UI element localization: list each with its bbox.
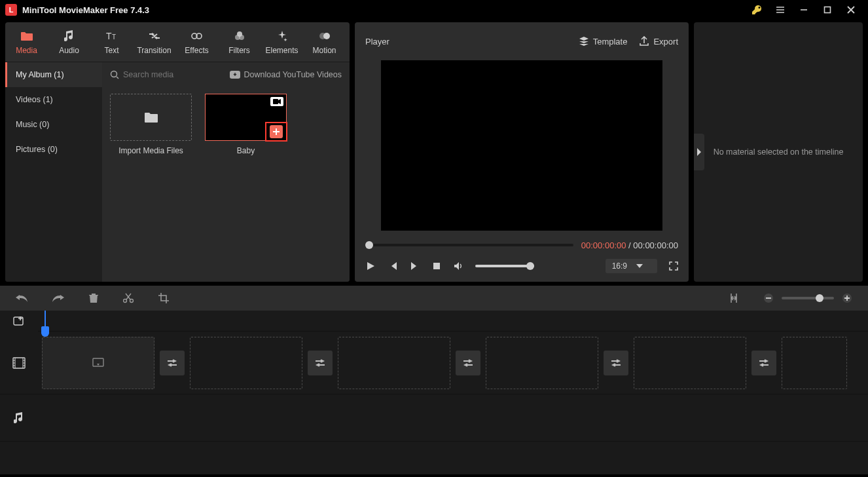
media-main: Download YouTube Videos Import Media Fil… <box>102 62 350 282</box>
svg-point-15 <box>130 299 134 303</box>
crop-button[interactable] <box>158 293 169 303</box>
close-button[interactable] <box>839 0 863 20</box>
add-track-button[interactable] <box>0 311 38 332</box>
tab-audio-label: Audio <box>59 46 79 55</box>
redo-button[interactable] <box>52 294 64 303</box>
timeline-toolbar <box>0 286 868 311</box>
zoom-out-button[interactable] <box>763 293 774 303</box>
zoom-slider[interactable] <box>782 297 834 299</box>
sidebar-item-videos[interactable]: Videos (1) <box>5 87 102 112</box>
minimize-button[interactable] <box>792 0 816 20</box>
clip-placeholder[interactable] <box>782 337 847 389</box>
titlebar: L MiniTool MovieMaker Free 7.4.3 <box>0 0 868 20</box>
player-viewport <box>381 60 662 231</box>
add-clip-button[interactable] <box>270 125 283 138</box>
seek-knob[interactable] <box>365 241 373 249</box>
inspector-empty-text: No material selected on the timeline <box>714 147 844 157</box>
player-seek-track[interactable] <box>365 244 573 246</box>
transition-slot[interactable] <box>160 351 185 375</box>
tab-elements[interactable]: Elements <box>261 25 303 59</box>
inspector-panel: No material selected on the timeline <box>694 22 863 282</box>
clip-placeholder[interactable] <box>634 337 746 389</box>
import-media-label: Import Media Files <box>118 146 183 155</box>
folder-icon <box>20 29 33 43</box>
collapse-panel-button[interactable] <box>694 134 704 170</box>
import-media-box[interactable] <box>110 94 192 141</box>
clip-placeholder[interactable] <box>190 337 302 389</box>
transition-slot[interactable] <box>456 351 480 375</box>
license-key-icon[interactable] <box>745 0 769 20</box>
delete-button[interactable] <box>89 293 98 303</box>
transition-slot[interactable] <box>604 351 628 375</box>
template-button[interactable]: Template <box>579 36 628 47</box>
video-clips-area[interactable] <box>38 337 868 389</box>
timeline <box>0 311 868 474</box>
clip-placeholder[interactable] <box>42 337 154 389</box>
sidebar-item-label: Pictures (0) <box>16 145 58 154</box>
add-clip-highlight <box>265 122 287 142</box>
download-youtube-label: Download YouTube Videos <box>244 70 342 79</box>
transition-icon <box>148 29 161 43</box>
audio-track-icon <box>0 412 38 424</box>
search-input[interactable] <box>123 70 202 79</box>
maximize-button[interactable] <box>816 0 839 20</box>
prev-frame-button[interactable] <box>388 261 398 271</box>
split-button[interactable] <box>123 293 134 303</box>
svg-point-10 <box>111 71 117 77</box>
download-youtube-link[interactable]: Download YouTube Videos <box>230 70 342 79</box>
clip-placeholder[interactable] <box>338 337 450 389</box>
media-clip-card[interactable]: Baby <box>205 94 287 155</box>
motion-icon <box>319 29 331 43</box>
tab-motion[interactable]: Motion <box>303 25 346 59</box>
next-frame-button[interactable] <box>410 261 420 271</box>
media-clip-thumb[interactable] <box>205 94 287 141</box>
zoom-knob[interactable] <box>816 294 823 302</box>
tab-audio[interactable]: Audio <box>48 25 90 59</box>
sparkle-icon <box>277 29 287 43</box>
search-wrap <box>110 70 225 79</box>
svg-rect-13 <box>433 263 440 269</box>
video-badge-icon <box>270 97 283 106</box>
app-title: MiniTool MovieMaker Free 7.4.3 <box>22 5 149 15</box>
svg-point-14 <box>124 299 127 303</box>
timeline-ruler[interactable] <box>38 311 868 332</box>
main-toolbar: Media Audio TT Text Transition Effects F… <box>5 22 350 62</box>
effects-icon <box>191 29 203 43</box>
sidebar-item-myalbum[interactable]: My Album (1) <box>5 62 102 87</box>
tab-media-label: Media <box>16 46 37 55</box>
tab-elements-label: Elements <box>265 46 298 55</box>
tab-text[interactable]: TT Text <box>90 25 133 59</box>
sidebar-item-pictures[interactable]: Pictures (0) <box>5 137 102 162</box>
zoom-in-button[interactable] <box>842 293 852 303</box>
menu-icon[interactable] <box>769 0 792 20</box>
transition-slot[interactable] <box>308 351 333 375</box>
volume-knob[interactable] <box>526 262 534 270</box>
svg-text:T: T <box>112 33 116 41</box>
player-timecode: 00:00:00:00 / 00:00:00:00 <box>581 240 678 250</box>
player-title: Player <box>365 37 389 47</box>
undo-button[interactable] <box>16 294 27 303</box>
fullscreen-button[interactable] <box>669 261 678 271</box>
tab-media[interactable]: Media <box>5 25 48 59</box>
playhead[interactable] <box>45 311 46 331</box>
tab-effects[interactable]: Effects <box>175 25 218 59</box>
fit-timeline-button[interactable] <box>729 293 738 303</box>
stop-button[interactable] <box>432 261 441 271</box>
svg-rect-12 <box>273 99 278 104</box>
import-media-card[interactable]: Import Media Files <box>110 94 192 155</box>
app-icon: L <box>5 4 17 16</box>
clip-placeholder[interactable] <box>486 337 598 389</box>
export-icon <box>639 36 649 47</box>
sidebar-item-music[interactable]: Music (0) <box>5 112 102 137</box>
playhead-handle[interactable] <box>41 326 49 337</box>
export-button[interactable]: Export <box>639 36 678 47</box>
tab-transition[interactable]: Transition <box>133 25 175 59</box>
transition-slot[interactable] <box>751 351 776 375</box>
aspect-ratio-select[interactable]: 16:9 <box>606 259 657 273</box>
play-button[interactable] <box>365 261 376 271</box>
download-icon <box>230 71 240 79</box>
text-icon: TT <box>106 29 118 43</box>
volume-slider[interactable] <box>475 265 534 267</box>
tab-filters[interactable]: Filters <box>218 25 261 59</box>
volume-icon[interactable] <box>453 261 463 271</box>
